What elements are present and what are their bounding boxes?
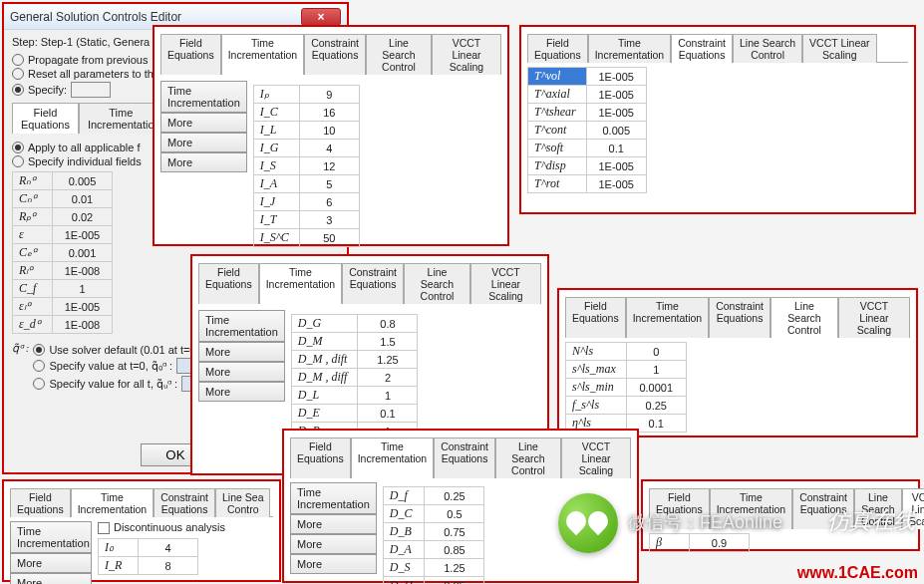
tab-ti[interactable]: Time Incrementation bbox=[71, 488, 154, 517]
side-more[interactable]: More bbox=[290, 534, 377, 554]
param-value[interactable]: 1.25 bbox=[358, 351, 418, 369]
param-value[interactable]: 16 bbox=[299, 104, 359, 122]
tab-ti[interactable]: Time Incrementation bbox=[588, 34, 671, 63]
param-value[interactable]: 2 bbox=[358, 369, 418, 387]
tab-ls[interactable]: Line Search Control bbox=[495, 438, 561, 478]
tab-vl[interactable]: VCCT Linear Scaling bbox=[838, 297, 910, 338]
tab-fe[interactable]: Field Equations bbox=[527, 34, 588, 63]
param-value[interactable]: 0.01 bbox=[53, 190, 113, 208]
param-value[interactable]: 0.9 bbox=[690, 534, 750, 552]
side-more[interactable]: More bbox=[290, 554, 377, 574]
side-more[interactable]: More bbox=[10, 553, 92, 573]
param-value[interactable]: 1 bbox=[53, 280, 113, 298]
param-value[interactable]: 0.1 bbox=[586, 140, 646, 157]
tab-vl[interactable]: VCCT Linear Scaling bbox=[802, 34, 877, 63]
tab-ce[interactable]: Constraint Equations bbox=[154, 488, 215, 517]
param-value[interactable]: 1E-005 bbox=[586, 68, 646, 86]
param-symbol: Rₚᵅ bbox=[13, 208, 53, 226]
param-value[interactable]: 0.1 bbox=[358, 405, 418, 423]
param-value[interactable]: 1E-005 bbox=[53, 298, 113, 316]
side-more[interactable]: More bbox=[160, 152, 247, 172]
side-more[interactable]: More bbox=[160, 113, 247, 133]
param-value[interactable]: 0.25 bbox=[626, 397, 686, 415]
param-symbol: I_G bbox=[253, 140, 299, 157]
param-value[interactable]: 9 bbox=[299, 86, 359, 104]
tab-ti[interactable]: Time Incrementation bbox=[626, 297, 709, 338]
param-value[interactable]: 4 bbox=[299, 140, 359, 157]
side-time-inc[interactable]: Time Incrementation bbox=[198, 310, 285, 342]
side-time-inc[interactable]: Time Incrementation bbox=[160, 81, 247, 113]
tab-ti[interactable]: Time Incrementation bbox=[259, 263, 342, 304]
param-value[interactable]: 1 bbox=[358, 387, 418, 405]
tab-ce[interactable]: Constraint Equations bbox=[671, 34, 733, 63]
tab-vl[interactable]: VCCT Linear Scaling bbox=[432, 34, 501, 75]
param-value[interactable]: 0.25 bbox=[425, 577, 484, 585]
tab-ls[interactable]: Line Search Control bbox=[404, 263, 470, 304]
tab-ti[interactable]: Time Incrementation bbox=[351, 438, 434, 478]
side-more[interactable]: More bbox=[198, 362, 285, 382]
param-value[interactable]: 1E-005 bbox=[53, 226, 113, 244]
tab-ce[interactable]: Constraint Equations bbox=[342, 263, 404, 304]
tab-ls[interactable]: Line Sea Contro bbox=[215, 488, 270, 517]
side-time-inc[interactable]: Time Incrementation bbox=[10, 521, 92, 553]
param-value[interactable]: 4 bbox=[139, 539, 198, 557]
close-icon[interactable]: × bbox=[301, 8, 341, 26]
checkbox-discontinuous[interactable] bbox=[98, 522, 110, 534]
param-value[interactable]: 10 bbox=[299, 122, 359, 140]
param-value[interactable]: 12 bbox=[299, 157, 359, 175]
param-value[interactable]: 1E-005 bbox=[586, 104, 646, 122]
param-value[interactable]: 1 bbox=[626, 361, 686, 379]
param-value[interactable]: 1E-008 bbox=[53, 262, 113, 280]
tab-time-inc[interactable]: Time Incrementatio bbox=[79, 103, 163, 134]
param-value[interactable]: 0.005 bbox=[586, 122, 646, 140]
param-value[interactable]: 0.8 bbox=[358, 315, 418, 333]
param-value[interactable]: 1.25 bbox=[425, 559, 484, 577]
tab-fe[interactable]: Field Equations bbox=[565, 297, 626, 338]
side-more[interactable]: More bbox=[10, 573, 92, 584]
param-value[interactable]: 0.001 bbox=[53, 244, 113, 262]
param-value[interactable]: 1E-005 bbox=[586, 86, 646, 104]
side-more[interactable]: More bbox=[198, 342, 285, 362]
tab-ls[interactable]: Line Search Control bbox=[366, 34, 432, 75]
param-value[interactable]: 1.5 bbox=[358, 333, 418, 351]
param-value[interactable]: 3 bbox=[299, 211, 359, 229]
tab-field-equations[interactable]: Field Equations bbox=[12, 103, 79, 134]
tab-fe[interactable]: Field Equations bbox=[290, 438, 351, 478]
tab-fe[interactable]: Field Equations bbox=[160, 34, 221, 75]
side-more[interactable]: More bbox=[290, 514, 377, 534]
side-more[interactable]: More bbox=[198, 382, 285, 402]
tab-ce[interactable]: Constraint Equations bbox=[434, 438, 495, 478]
param-value[interactable]: 0.005 bbox=[53, 172, 113, 190]
param-value[interactable]: 1E-005 bbox=[586, 175, 646, 193]
tab-ls[interactable]: Line Search Control bbox=[770, 297, 838, 338]
param-value[interactable]: 0.02 bbox=[53, 208, 113, 226]
param-symbol: Cₑᵅ bbox=[13, 244, 53, 262]
param-value[interactable]: 0.85 bbox=[425, 541, 484, 559]
param-value[interactable]: 5 bbox=[299, 175, 359, 193]
param-value[interactable]: 0 bbox=[626, 343, 686, 361]
param-value[interactable]: 0.5 bbox=[425, 505, 484, 523]
tab-fe[interactable]: Field Equations bbox=[10, 488, 71, 517]
tab-vl[interactable]: VCCT Linear Scaling bbox=[561, 438, 631, 478]
param-symbol: T^tshear bbox=[528, 104, 587, 122]
param-symbol: D_L bbox=[291, 387, 358, 405]
param-value[interactable]: 8 bbox=[139, 557, 198, 575]
param-value[interactable]: 6 bbox=[299, 193, 359, 211]
param-value[interactable]: 0.0001 bbox=[626, 379, 686, 397]
side-more[interactable]: More bbox=[160, 133, 247, 152]
param-value[interactable]: 1E-008 bbox=[53, 316, 113, 334]
param-value[interactable]: 0.75 bbox=[425, 523, 484, 541]
param-symbol: I_R bbox=[99, 557, 139, 575]
param-symbol: ε_dᵅ bbox=[13, 316, 53, 334]
param-value[interactable]: 0.25 bbox=[425, 487, 484, 505]
tab-fe[interactable]: Field Equations bbox=[198, 263, 259, 304]
tab-vl[interactable]: VCCT Linear Scaling bbox=[470, 263, 541, 304]
tab-ti[interactable]: Time Incrementation bbox=[221, 34, 304, 75]
tab-ls[interactable]: Line Search Control bbox=[733, 34, 802, 63]
tab-ce[interactable]: Constraint Equations bbox=[709, 297, 770, 338]
side-time-inc[interactable]: Time Incrementation bbox=[290, 482, 377, 514]
param-value[interactable]: 1E-005 bbox=[586, 157, 646, 175]
param-value[interactable]: 50 bbox=[299, 229, 359, 247]
tab-ce[interactable]: Constraint Equations bbox=[304, 34, 366, 75]
param-symbol: D_E bbox=[291, 405, 358, 423]
